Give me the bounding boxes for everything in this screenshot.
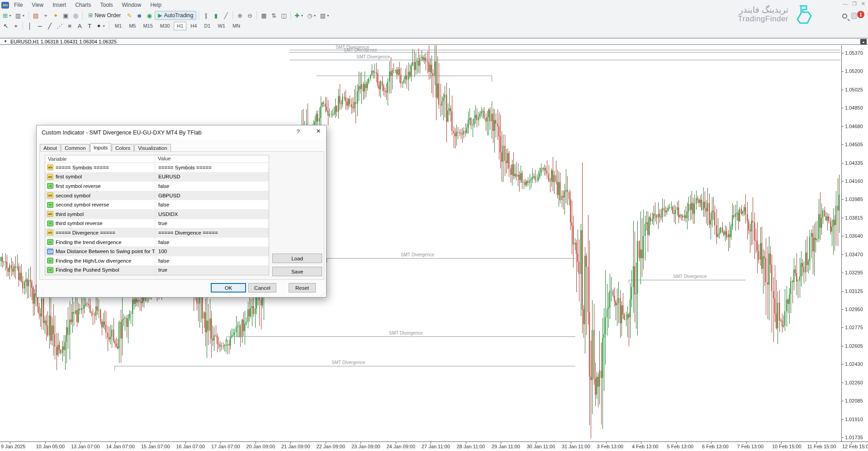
time-axis[interactable]: 9 Jan 202510 Jan 05:0013 Jan 07:0014 Jan… [0, 441, 868, 451]
value-cell[interactable]: ===== Divergence ===== [155, 230, 269, 235]
periods-icon[interactable]: ◷▼ [306, 11, 318, 20]
notification-icon[interactable] [851, 13, 857, 19]
chevron-down-icon[interactable]: ▼ [4, 39, 7, 43]
restore-button[interactable]: ❐ [852, 1, 857, 7]
table-row[interactable]: ~Finding the trend divergencefalse [45, 238, 269, 247]
value-cell[interactable]: false [155, 258, 269, 264]
value-cell[interactable]: 100 [155, 249, 269, 254]
tab-inputs[interactable]: Inputs [90, 143, 111, 152]
timeframe-button-d1[interactable]: D1 [201, 22, 213, 30]
value-cell[interactable]: false [155, 240, 269, 245]
menu-item-insert[interactable]: Insert [48, 1, 70, 9]
trendline-icon[interactable]: ╱ [45, 21, 54, 30]
timeframe-button-h1[interactable]: H1 [174, 22, 186, 30]
table-row[interactable]: abfirst symbolEURUSD [45, 173, 269, 182]
chart-profiles-icon[interactable]: ▥▼ [14, 11, 26, 20]
timeframe-button-m1[interactable]: M1 [112, 22, 125, 30]
dialog-help-button[interactable]: ? [294, 128, 303, 135]
news-icon[interactable]: ◉ [145, 11, 154, 20]
timeframe-button-m30[interactable]: M30 [157, 22, 173, 30]
tab-common[interactable]: Common [61, 144, 90, 152]
arrange-windows-icon[interactable]: ⇅ [269, 11, 278, 20]
menu-item-charts[interactable]: Charts [71, 1, 95, 9]
chart-scroll-button[interactable]: ▲ [860, 39, 867, 44]
tab-about[interactable]: About [40, 144, 61, 152]
cancel-button[interactable]: Cancel [248, 283, 276, 293]
tile-windows-icon[interactable]: ▦ [259, 11, 268, 20]
terminal-icon[interactable]: ▣ [61, 11, 70, 20]
zoom-in-icon[interactable]: ⊕ [235, 11, 244, 20]
vertical-line-icon[interactable]: │ [25, 21, 34, 30]
cascade-windows-icon[interactable]: ◫ [279, 11, 288, 20]
menu-item-window[interactable]: Window [118, 1, 146, 9]
tab-colors[interactable]: Colors [112, 144, 134, 152]
timeframe-button-m5[interactable]: M5 [126, 22, 139, 30]
expert-advisors-icon[interactable]: ☻ [135, 11, 144, 20]
save-button[interactable]: Save [272, 267, 322, 276]
market-watch-icon: ▤ [33, 12, 38, 19]
new-order-button[interactable]: ⊞New Order [85, 11, 124, 20]
table-row[interactable]: ~third symbol reversetrue [45, 219, 269, 229]
value-cell[interactable]: false [155, 202, 269, 207]
new-chart-icon[interactable]: ⊞▼ [1, 11, 13, 20]
value-cell[interactable]: true [155, 267, 269, 273]
table-row[interactable]: ~first symbol reversefalse [45, 182, 269, 191]
dialog-resize-grip[interactable]: ⋰ [321, 292, 325, 297]
line-chart-icon[interactable]: ╱ [221, 11, 230, 20]
str-type-icon: ab [47, 164, 53, 170]
text-label-icon[interactable]: T [85, 21, 94, 30]
value-cell[interactable]: false [155, 183, 269, 189]
tab-visualization[interactable]: Visualization [134, 144, 171, 152]
menu-item-file[interactable]: File [10, 1, 27, 9]
bar-chart-icon[interactable]: ∥ [201, 11, 210, 20]
table-row[interactable]: 123Max Distance Between to Swing point f… [45, 247, 269, 256]
navigator-icon[interactable]: ✦ [51, 11, 60, 20]
menu-item-help[interactable]: Help [146, 1, 166, 9]
arrows-icon[interactable]: ✦▼ [95, 21, 107, 30]
timeframe-button-h4[interactable]: H4 [187, 22, 200, 30]
fibonacci-icon[interactable]: ≡ [65, 21, 74, 30]
table-row[interactable]: ~Finding the High/Low divergencefalse [45, 256, 269, 266]
crosshair-icon[interactable]: + [11, 21, 20, 30]
data-window-icon[interactable]: + [41, 11, 50, 20]
candlestick-chart-icon[interactable]: ▮ [211, 11, 220, 20]
horizontal-line-icon[interactable]: ─ [35, 21, 44, 30]
cursor-icon[interactable]: ↖ [1, 21, 10, 30]
zoom-out-icon[interactable]: ⊖ [245, 11, 254, 20]
close-button[interactable]: ✕ [861, 1, 865, 7]
load-button[interactable]: Load [272, 254, 322, 263]
ok-button[interactable]: OK [211, 283, 246, 293]
text-icon[interactable]: A [75, 21, 84, 30]
table-row[interactable]: ab===== Symbols ========== Symbols ===== [45, 163, 269, 173]
table-row[interactable]: absecond symbolGBPUSD [45, 191, 269, 201]
strategy-tester-icon[interactable]: ◎ [71, 11, 80, 20]
templates-icon[interactable]: ▧▼ [318, 11, 331, 20]
market-watch-icon[interactable]: ▤ [31, 11, 40, 20]
menu-item-tools[interactable]: Tools [96, 1, 117, 9]
autotrading-button[interactable]: ▶AutoTrading [155, 11, 196, 20]
equidistant-channel-icon[interactable]: ⋰ [55, 21, 64, 30]
new-order-button: ⊞ [88, 12, 93, 19]
tradingfinder-logo-icon [794, 4, 815, 25]
metaeditor-icon[interactable]: ✎ [125, 11, 134, 20]
reset-button[interactable]: Reset [289, 283, 316, 293]
table-row[interactable]: ~Finding the Pushed Symboltrue [45, 266, 269, 275]
value-cell[interactable]: GBPUSD [155, 193, 269, 198]
menu-item-view[interactable]: View [28, 1, 47, 9]
indicators-icon[interactable]: ✚▼ [293, 11, 305, 20]
value-cell[interactable]: EURUSD [155, 174, 269, 179]
price-axis[interactable]: 1.053701.052001.050251.048501.046801.045… [841, 45, 868, 441]
value-cell[interactable]: ===== Symbols ===== [155, 165, 269, 170]
value-cell[interactable]: true [155, 221, 269, 226]
timeframe-button-w1[interactable]: W1 [214, 22, 228, 30]
value-cell[interactable]: USDIDX [155, 211, 269, 217]
timeframe-button-m15[interactable]: M15 [140, 22, 156, 30]
dialog-close-button[interactable]: ✕ [313, 128, 323, 134]
table-row[interactable]: ~second symbol reversefalse [45, 200, 269, 210]
timeframe-button-mn[interactable]: MN [229, 22, 243, 30]
search-icon[interactable] [842, 14, 847, 19]
table-row[interactable]: ab===== Divergence ========== Divergence… [45, 228, 269, 238]
minimize-button[interactable]: — [843, 1, 848, 7]
table-row[interactable]: abthird symbolUSDIDX [45, 210, 269, 219]
time-axis-label: 6 Feb 13:00 [702, 444, 729, 449]
